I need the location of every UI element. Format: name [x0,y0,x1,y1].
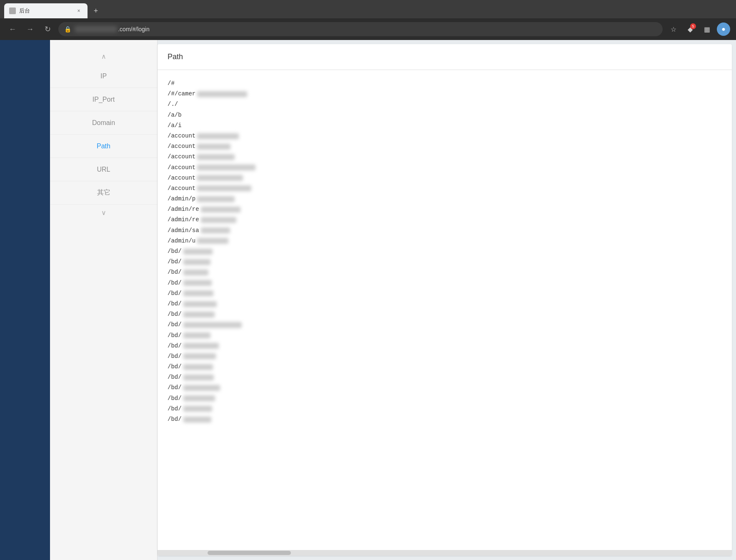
main-layout: ∧ IP IP_Port Domain Path URL 其它 ∨ Path [0,40,736,560]
bookmark-star-icon[interactable]: ☆ [667,22,680,36]
list-item: /bd/ [168,267,722,278]
page-title: Path [168,52,722,61]
address-bar[interactable]: 🔒 .com/#/login [58,22,663,36]
forward-button[interactable]: → [23,22,37,36]
list-item: /a/i [168,120,722,131]
content-header: Path [158,44,732,70]
url-text: .com/#/login [75,26,150,32]
list-item: /#/camer [168,89,722,99]
reload-button[interactable]: ↻ [41,22,54,36]
list-item: /a/b [168,110,722,120]
list-item: /bd/ [168,414,722,425]
list-item: /bd/ [168,341,722,351]
browser-chrome: 后台 × + ← → ↻ 🔒 .com/#/login ☆ ◆ 5 ▦ ● [0,0,736,40]
list-item: /bd/ [168,288,722,299]
left-dark-sidebar [0,40,50,560]
bottom-scrollbar[interactable] [158,550,732,556]
nav-up-arrow[interactable]: ∧ [50,48,157,65]
list-item: /account [168,173,722,183]
tab-favicon [9,8,16,14]
list-item: /bd/ [168,382,722,393]
list-item: /bd/ [168,351,722,362]
active-tab[interactable]: 后台 × [4,3,88,18]
list-item: /account [168,162,722,173]
sidebar-item-path[interactable]: Path [50,135,157,158]
content-body[interactable]: /# /#/camer /./ /a/b /a/i [158,70,732,550]
sidebar-item-url[interactable]: URL [50,158,157,181]
tab-bar: 后台 × + [0,0,736,18]
list-item: /bd/ [168,404,722,414]
list-item: /account [168,131,722,141]
toolbar-icons: ☆ ◆ 5 ▦ ● [667,22,730,36]
main-content: Path /# /#/camer /./ /a/b [158,44,732,556]
list-item: /admin/sa [168,225,722,236]
extension-icon[interactable]: ◆ 5 [683,22,697,36]
list-item: /bd/ [168,393,722,404]
bottom-scrollbar-thumb[interactable] [208,551,291,555]
path-list: /# /#/camer /./ /a/b /a/i [168,78,722,425]
list-item: /admin/re [168,204,722,215]
new-tab-button[interactable]: + [89,4,103,18]
list-item: /account [168,141,722,152]
address-bar-row: ← → ↻ 🔒 .com/#/login ☆ ◆ 5 ▦ ● [0,18,736,40]
lock-icon: 🔒 [64,26,71,32]
list-item: /./ [168,99,722,110]
sidebar-item-ip[interactable]: IP [50,65,157,88]
list-item: /bd/ [168,330,722,341]
tab-close-button[interactable]: × [75,7,83,15]
nav-down-arrow[interactable]: ∨ [50,205,157,221]
list-item: /admin/p [168,194,722,204]
list-item: /account [168,152,722,162]
sidebar-item-ip-port[interactable]: IP_Port [50,88,157,111]
extension-badge: 5 [690,23,696,29]
menu-icon[interactable]: ▦ [700,22,713,36]
list-item: /bd/ [168,372,722,382]
list-item: /bd/ [168,299,722,309]
list-item: /account [168,183,722,194]
list-item: /bd/ [168,309,722,320]
list-item: /bd/ [168,257,722,267]
list-item: /bd/ [168,246,722,257]
sidebar-item-domain[interactable]: Domain [50,111,157,135]
list-item: /bd/ [168,278,722,288]
list-item: /# [168,78,722,89]
tab-title: 后台 [19,7,72,15]
list-item: /bd/ [168,362,722,372]
sidebar-item-other[interactable]: 其它 [50,181,157,205]
list-item: /bd/ [168,320,722,330]
back-button[interactable]: ← [6,22,19,36]
list-item: /admin/u [168,236,722,246]
list-item: /admin/re [168,215,722,225]
account-icon[interactable]: ● [717,22,730,36]
nav-sidebar: ∧ IP IP_Port Domain Path URL 其它 ∨ [50,40,158,560]
